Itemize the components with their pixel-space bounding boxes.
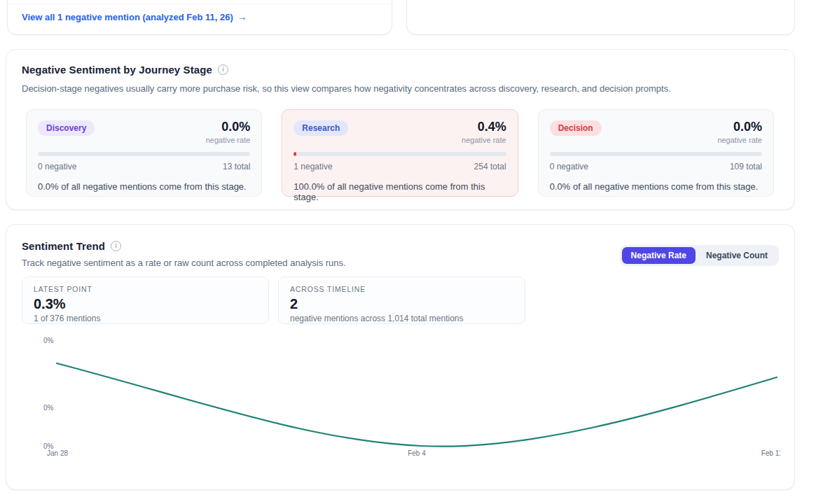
stat-label: LATEST POINT	[34, 285, 257, 293]
trend-section-description: Track negative sentiment as a rate or ra…	[22, 258, 346, 268]
stage-progress-track	[293, 152, 506, 156]
stage-card-decision: Decision 0.0% negative rate 0 negative 1…	[538, 109, 774, 197]
journey-stage-section: Negative Sentiment by Journey Stage i De…	[6, 49, 795, 210]
stage-badge-research: Research	[293, 120, 348, 136]
stage-card-research: Research 0.4% negative rate 1 negative 2…	[282, 109, 518, 197]
stage-rate: 0.4%	[462, 120, 506, 134]
journey-stage-row: Discovery 0.0% negative rate 0 negative …	[26, 109, 774, 197]
stage-badge-decision: Decision	[550, 120, 602, 136]
x-tick-label: Feb 4	[408, 449, 426, 457]
stage-badge-discovery: Discovery	[38, 120, 95, 136]
stage-share-text: 0.0% of all negative mentions come from …	[550, 181, 762, 192]
journey-section-description: Decision-stage negatives usually carry m…	[22, 83, 671, 94]
stage-negative-count: 1 negative	[293, 162, 332, 172]
sentiment-trend-chart[interactable]: 0% 0% 0% Jan 28 Feb 4 Feb 11	[22, 330, 780, 464]
toggle-negative-count-button[interactable]: Negative Count	[697, 247, 777, 264]
stage-progress-track	[550, 152, 762, 156]
negative-mentions-summary-card: View all 1 negative mention (analyzed Fe…	[7, 0, 392, 35]
view-link-label: View all 1 negative mention (analyzed Fe…	[22, 12, 233, 22]
stat-label: ACROSS TIMELINE	[290, 285, 513, 293]
stage-progress-fill	[293, 152, 296, 156]
journey-section-title: Negative Sentiment by Journey Stage	[22, 64, 212, 76]
stage-total-count: 109 total	[730, 162, 762, 172]
x-tick-label: Jan 28	[47, 449, 68, 457]
stage-share-text: 0.0% of all negative mentions come from …	[38, 181, 250, 192]
stat-latest-point: LATEST POINT 0.3% 1 of 376 mentions	[22, 276, 269, 324]
y-tick-label: 0%	[43, 337, 54, 344]
stage-progress-track	[38, 152, 250, 156]
stage-rate-caption: negative rate	[462, 136, 506, 144]
stage-card-discovery: Discovery 0.0% negative rate 0 negative …	[26, 109, 262, 197]
stage-negative-count: 0 negative	[38, 162, 76, 172]
view-all-negative-mentions-link[interactable]: View all 1 negative mention (analyzed Fe…	[22, 11, 247, 22]
stage-total-count: 13 total	[223, 162, 250, 172]
sentiment-trend-section: Sentiment Trend i Track negative sentime…	[6, 224, 795, 490]
stat-caption: negative mentions across 1,014 total men…	[290, 314, 513, 323]
stage-rate: 0.0%	[206, 120, 251, 134]
info-icon[interactable]: i	[111, 241, 121, 251]
stage-rate-caption: negative rate	[206, 136, 251, 144]
stat-caption: 1 of 376 mentions	[34, 314, 257, 323]
y-tick-label: 0%	[43, 404, 54, 412]
trend-line	[57, 363, 777, 447]
stage-total-count: 254 total	[474, 162, 506, 172]
stage-share-text: 100.0% of all negative mentions come fro…	[293, 181, 506, 202]
adjacent-summary-card	[406, 0, 795, 35]
stat-value: 2	[290, 296, 513, 312]
info-icon[interactable]: i	[218, 64, 228, 75]
stage-negative-count: 0 negative	[550, 162, 588, 172]
toggle-negative-rate-button[interactable]: Negative Rate	[622, 247, 696, 264]
stage-rate-caption: negative rate	[717, 136, 762, 144]
stat-across-timeline: ACROSS TIMELINE 2 negative mentions acro…	[278, 276, 525, 324]
stage-rate: 0.0%	[717, 120, 762, 134]
card-divider	[8, 4, 392, 4]
trend-section-title: Sentiment Trend	[22, 240, 105, 252]
arrow-right-icon: →	[237, 11, 247, 22]
x-tick-label: Feb 11	[761, 449, 780, 457]
stat-value: 0.3%	[34, 296, 257, 312]
trend-view-toggle: Negative Rate Negative Count	[620, 245, 779, 266]
trend-stats-row: LATEST POINT 0.3% 1 of 376 mentions ACRO…	[22, 276, 525, 324]
